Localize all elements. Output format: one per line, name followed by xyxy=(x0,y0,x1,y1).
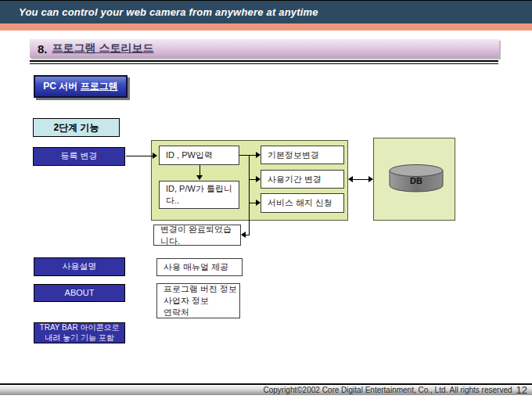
arrow-head-right-icon xyxy=(256,152,261,158)
arrow-head-left-icon xyxy=(241,232,246,238)
connector-line xyxy=(249,203,256,203)
slide-title-bar: 8. 프로그램 스토리보드 xyxy=(30,39,499,58)
arrow-head-right-icon xyxy=(368,176,373,182)
basic-info-change-box: 기본정보변경 xyxy=(261,146,344,164)
arrow-head-right-icon xyxy=(256,200,261,206)
register-change-box: 등록 변경 xyxy=(33,147,125,166)
tagline-text: You can control your web camera from any… xyxy=(0,6,318,18)
about-info-line2: 사업자 정보 xyxy=(164,295,209,307)
tray-bar-line2: 내려 놓기 기능 포함 xyxy=(45,333,113,343)
about-info-line1: 프로그램 버전 정보 xyxy=(164,283,237,295)
title-double-rule xyxy=(30,60,498,64)
tray-bar-box: TRAY BAR 아이콘으로 내려 놓기 기능 포함 xyxy=(34,322,125,343)
connector-line xyxy=(249,179,256,180)
arrow-line xyxy=(246,235,250,235)
arrow-head-right-icon xyxy=(153,153,157,159)
arrow-line xyxy=(200,165,200,176)
arrow-head-down-icon xyxy=(196,175,203,180)
id-pw-wrong-box: ID, P/W가 틀립니다.. xyxy=(159,181,239,209)
header-tagline-bar: You can control your web camera from any… xyxy=(0,1,532,23)
change-complete-box: 변경이 완료되었습니다. xyxy=(153,225,241,246)
db-cylinder-icon: DB xyxy=(389,164,444,193)
about-box: ABOUT xyxy=(34,284,125,302)
usage-guide-box: 사용설명 xyxy=(34,257,125,276)
page-number: 12 xyxy=(516,384,527,396)
slide-title-number: 8. xyxy=(30,42,48,56)
usage-manual-box: 사용 매뉴얼 제공 xyxy=(156,258,243,276)
db-label: DB xyxy=(410,176,422,185)
usage-period-change-box: 사용기간 변경 xyxy=(261,170,344,189)
footer-bar: Copyright©2002 Core Digital Entertainmen… xyxy=(0,383,532,395)
pc-server-program-label: PC 서버 프로그램 xyxy=(43,80,117,93)
tray-bar-line1: TRAY BAR 아이콘으로 xyxy=(40,323,120,333)
connector-line xyxy=(239,155,249,156)
copyright-text: Copyright©2002 Core Digital Entertainmen… xyxy=(263,386,512,394)
stage-2-label-box: 2단계 기능 xyxy=(33,118,120,137)
slide-title-text: 프로그램 스토리보드 xyxy=(52,41,154,56)
service-cancel-box: 서비스 해지 신청 xyxy=(261,193,344,213)
slide: You can control your web camera from any… xyxy=(0,0,532,399)
pc-server-program-button: PC 서버 프로그램 xyxy=(34,75,128,98)
about-info-line3: 연락처 xyxy=(164,307,189,318)
arrow-line xyxy=(351,179,370,180)
arrow-head-right-icon xyxy=(256,176,261,182)
connector-line xyxy=(249,155,256,156)
arrow-head-left-icon xyxy=(348,176,353,182)
accent-bar xyxy=(0,23,532,31)
arrow-line xyxy=(126,156,153,156)
id-pw-input-box: ID , PW입력 xyxy=(159,146,239,165)
connector-line xyxy=(249,155,250,235)
about-info-box: 프로그램 버전 정보 사업자 정보 연락처 xyxy=(156,283,240,318)
